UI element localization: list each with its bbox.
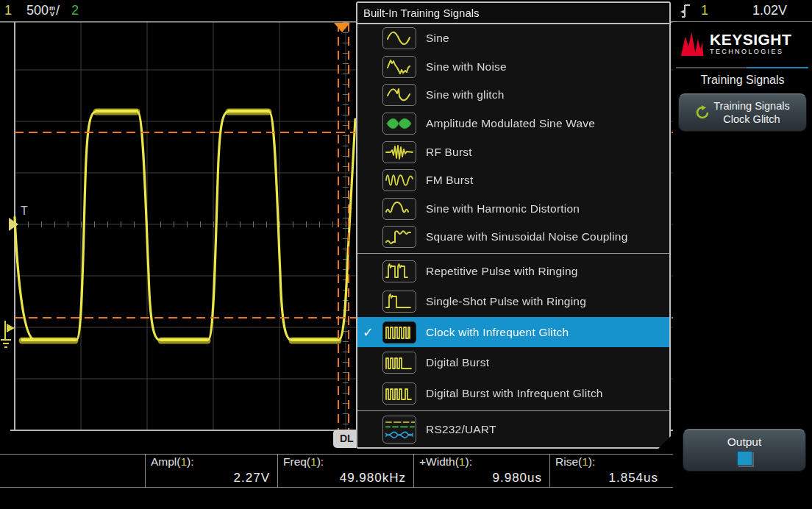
menu-item-square-sinusoidal-noise[interactable]: Square with Sinusoidal Noise Coupling bbox=[357, 223, 669, 252]
rf-burst-icon bbox=[382, 141, 416, 163]
measurement-rise: Rise(1): 1.854us bbox=[549, 455, 666, 487]
rise-value: 1.854us bbox=[609, 471, 659, 485]
digital-burst-glitch-icon bbox=[382, 382, 416, 405]
output-softkey[interactable]: Output bbox=[683, 429, 806, 471]
menu-item-sine-with-glitch[interactable]: Sine with glitch bbox=[357, 81, 669, 110]
digital-burst-icon bbox=[382, 352, 416, 374]
menu-item-sine[interactable]: Sine bbox=[357, 24, 669, 53]
waveform-trace bbox=[15, 111, 355, 341]
ampl-value: 2.27V bbox=[234, 471, 270, 485]
menu-section-label: Training Signals bbox=[673, 74, 812, 87]
output-label: Output bbox=[727, 435, 762, 449]
single-shot-pulse-icon bbox=[382, 291, 416, 313]
brand-subtitle: TECHNOLOGIES bbox=[710, 48, 791, 56]
training-signals-menu: Built-In Training Signals Sine Sine with… bbox=[356, 1, 671, 449]
am-sine-icon bbox=[382, 113, 416, 135]
oscilloscope-screen: 1 500 mV / 2 1 1.02V bbox=[0, 0, 812, 509]
menu-item-single-shot-pulse-ringing[interactable]: Single-Shot Pulse with Ringing bbox=[357, 286, 669, 317]
menu-item-clock-infrequent-glitch[interactable]: ✓ Clock with Infrequent Glitch bbox=[357, 317, 669, 348]
sine-icon bbox=[382, 27, 416, 49]
cycle-arrow-icon bbox=[695, 105, 710, 120]
menu-item-sine-harmonic-distortion[interactable]: Sine with Harmonic Distortion bbox=[357, 195, 669, 224]
sine-harmonic-icon bbox=[382, 198, 416, 220]
clock-glitch-icon bbox=[382, 321, 416, 344]
fm-burst-icon bbox=[382, 169, 416, 191]
sidebar-divider bbox=[676, 67, 808, 68]
measurement-pwidth: +Width(1): 9.980us bbox=[413, 455, 549, 487]
sine-noise-icon bbox=[382, 56, 416, 78]
menu-item-rf-burst[interactable]: RF Burst bbox=[357, 138, 669, 166]
trigger-level-marker[interactable] bbox=[9, 218, 18, 231]
repetitive-pulse-icon bbox=[382, 260, 416, 282]
measurement-freq: Freq(1): 49.980kHz bbox=[277, 455, 413, 487]
checkmark-icon: ✓ bbox=[363, 324, 382, 341]
menu-item-digital-burst-glitch[interactable]: Digital Burst with Infrequent Glitch bbox=[357, 378, 669, 409]
menu-item-repetitive-pulse-ringing[interactable]: Repetitive Pulse with Ringing bbox=[357, 256, 669, 287]
trigger-time-label: T bbox=[21, 204, 28, 217]
sine-glitch-icon bbox=[382, 84, 416, 106]
softkey-line1: Training Signals bbox=[713, 99, 789, 113]
menu-title: Built-In Training Signals bbox=[357, 3, 669, 24]
menu-item-am-sine-wave[interactable]: Amplitude Modulated Sine Wave bbox=[357, 110, 669, 138]
softkey-sidebar: KEYSIGHT TECHNOLOGIES Training Signals T… bbox=[673, 22, 812, 509]
menu-item-fm-burst[interactable]: FM Burst bbox=[357, 166, 669, 195]
training-signals-softkey[interactable]: Training Signals Clock Glitch bbox=[678, 93, 807, 132]
menu-item-digital-burst[interactable]: Digital Burst bbox=[357, 347, 669, 378]
pwidth-value: 9.980us bbox=[493, 471, 543, 485]
trigger-source: 1 bbox=[701, 3, 708, 18]
softkey-line2: Clock Glitch bbox=[723, 113, 780, 126]
trigger-level: 1.02V bbox=[724, 3, 787, 18]
square-sine-noise-icon bbox=[382, 226, 416, 248]
edge-trigger-icon bbox=[680, 2, 691, 20]
rs232-uart-icon bbox=[382, 416, 416, 444]
output-toggle-indicator bbox=[737, 451, 752, 466]
brand-name: KEYSIGHT bbox=[710, 32, 791, 47]
freq-value: 49.980kHz bbox=[340, 471, 406, 485]
menu-item-rs232-uart[interactable]: RS232/UART bbox=[357, 413, 669, 446]
keysight-logo: KEYSIGHT TECHNOLOGIES bbox=[680, 28, 791, 59]
keysight-spark-icon bbox=[680, 28, 705, 59]
measurement-ampl: Ampl(1): 2.27V bbox=[145, 455, 277, 487]
ground-reference-marker bbox=[1, 321, 15, 347]
menu-item-sine-with-noise[interactable]: Sine with Noise bbox=[357, 53, 669, 82]
trigger-position-marker[interactable] bbox=[334, 23, 350, 32]
measurement-bar: Ampl(1): 2.27V Freq(1): 49.980kHz +Width… bbox=[0, 454, 674, 488]
